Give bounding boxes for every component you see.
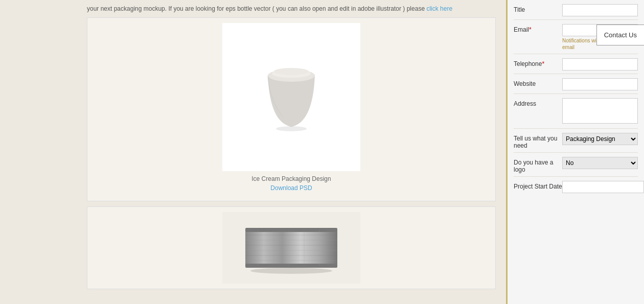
svg-point-19 <box>250 268 332 274</box>
website-field <box>562 78 638 90</box>
main-content: your next packaging mockup. If you are l… <box>0 0 506 304</box>
form-row-address: Address <box>514 98 638 129</box>
form-row-title: Title <box>514 4 638 20</box>
form-row-logo: Do you have a logo No Yes <box>514 157 638 177</box>
svg-point-3 <box>274 68 309 75</box>
need-select[interactable]: Packaging Design Logo Design Web Design <box>562 133 638 145</box>
email-required-star: * <box>529 26 532 33</box>
telephone-label: Telephone* <box>514 58 562 67</box>
form-row-website: Website <box>514 78 638 94</box>
title-field <box>562 4 638 16</box>
title-label: Title <box>514 4 562 13</box>
email-label: Email* <box>514 24 562 33</box>
website-input[interactable] <box>562 78 638 90</box>
form-row-start-date: Project Start Date <box>514 181 638 193</box>
address-textarea[interactable] <box>562 98 638 124</box>
card-caption: Ice Cream Packaging Design <box>93 175 490 182</box>
need-field: Packaging Design Logo Design Web Design <box>562 133 638 145</box>
start-date-input[interactable] <box>562 181 644 193</box>
card-ice-cream: Ice Cream Packaging Design Download PSD <box>87 17 496 201</box>
contact-us-tab[interactable]: Contact Us <box>596 25 644 45</box>
right-sidebar-form: Title Email* Notifications will be sent … <box>506 0 644 304</box>
svg-rect-5 <box>245 230 337 266</box>
telephone-required-star: * <box>542 60 544 67</box>
logo-field: No Yes <box>562 157 638 169</box>
need-label: Tell us what you need <box>514 133 562 149</box>
logo-select[interactable]: No Yes <box>562 157 638 169</box>
form-row-need: Tell us what you need Packaging Design L… <box>514 133 638 153</box>
logo-label: Do you have a logo <box>514 157 562 173</box>
start-date-label: Project Start Date <box>514 181 562 190</box>
card-foil <box>87 206 496 289</box>
download-psd-link[interactable]: Download PSD <box>93 184 490 192</box>
address-field <box>562 98 638 125</box>
svg-rect-12 <box>245 228 337 232</box>
start-date-input-wrap <box>562 181 644 193</box>
card-image-ice-cream <box>222 23 360 171</box>
form-row-telephone: Telephone* <box>514 58 638 74</box>
intro-text-before-link: your next packaging mockup. If you are l… <box>87 5 426 12</box>
telephone-input[interactable] <box>562 58 638 71</box>
ice-cream-cup-icon <box>261 61 322 133</box>
title-input[interactable] <box>562 4 638 16</box>
click-here-link[interactable]: click here <box>426 5 452 12</box>
telephone-field <box>562 58 638 71</box>
svg-rect-13 <box>245 264 337 268</box>
foil-bag-icon <box>243 220 340 276</box>
intro-text: your next packaging mockup. If you are l… <box>87 0 506 17</box>
address-label: Address <box>514 98 562 107</box>
card2-image-foil <box>222 212 360 284</box>
svg-point-4 <box>276 126 307 131</box>
website-label: Website <box>514 78 562 87</box>
